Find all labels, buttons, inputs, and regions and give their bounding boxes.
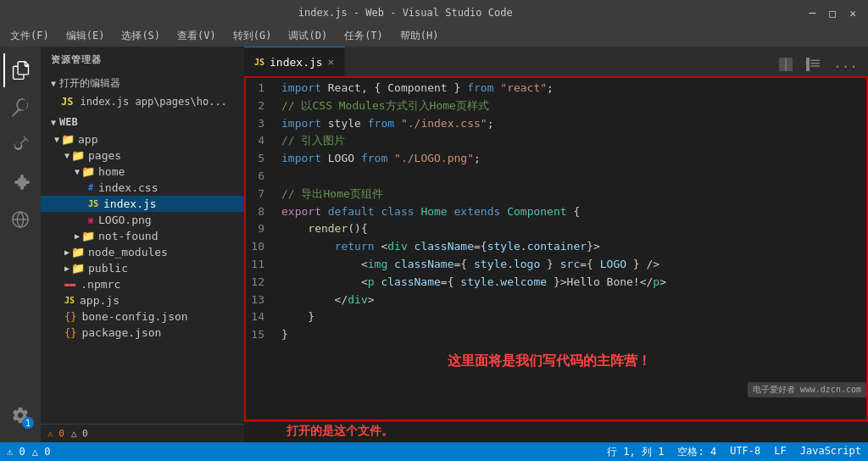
error-count: ⚠ 0 (47, 428, 64, 439)
more-actions-btn[interactable]: ··· (830, 57, 861, 76)
folder-node-modules[interactable]: ▶ 📁 node_modules (41, 244, 244, 260)
code-line-15: } (281, 326, 868, 344)
open-editors-section[interactable]: ▼ 打开的编辑器 (41, 73, 244, 94)
activity-git[interactable] (3, 128, 37, 162)
project-name: WEB (59, 116, 78, 128)
sidebar-status: ⚠ 0 △ 0 (41, 424, 244, 442)
folder-pub-icon: 📁 (71, 262, 85, 275)
title-bar: index.js - Web - Visual Studio Code ─ □ … (0, 0, 868, 25)
folder-nm-icon: 📁 (71, 246, 85, 258)
file-index-css[interactable]: # index.css (41, 180, 244, 196)
folder-app[interactable]: ▼ 📁 app (41, 131, 244, 147)
folder-app-icon: 📁 (61, 133, 75, 146)
folder-nm-chevron: ▶ (64, 247, 70, 257)
activity-explorer[interactable] (3, 53, 37, 87)
file-logo-label: LOGO.png (98, 214, 152, 226)
folder-not-found-icon: 📁 (81, 230, 95, 242)
activity-search[interactable] (3, 91, 37, 125)
status-line-ending[interactable]: LF (774, 445, 786, 459)
close-button[interactable]: ✕ (844, 7, 861, 19)
code-lines: import React, { Component } from "react"… (278, 76, 868, 421)
folder-pub-chevron: ▶ (64, 264, 70, 273)
tab-bar: JS index.js ✕ ··· (244, 47, 868, 76)
code-line-6 (281, 168, 868, 186)
status-errors[interactable]: ⚠ 0 (7, 446, 25, 458)
boneconfig-icon: {} (64, 311, 76, 323)
file-npmrc[interactable]: ▬▬ .npmrc (41, 276, 244, 292)
status-spaces[interactable]: 空格: 4 (677, 445, 716, 459)
tab-close-btn[interactable]: ✕ (328, 56, 334, 68)
folder-home-chevron: ▼ (75, 167, 80, 176)
menu-task[interactable]: 任务(T) (341, 27, 387, 45)
packagejson-icon: {} (64, 327, 76, 339)
svg-rect-4 (810, 60, 820, 61)
file-npmrc-label: .npmrc (81, 278, 120, 291)
folder-not-found-label: not-found (98, 230, 158, 242)
file-bone-config-label: bone-config.json (81, 310, 187, 323)
svg-rect-2 (785, 58, 786, 71)
folder-pub-label: public (88, 262, 128, 275)
status-warnings[interactable]: △ 0 (32, 446, 51, 458)
file-index-js[interactable]: JS index.js (41, 196, 244, 212)
css-icon: # (88, 183, 93, 192)
tab-index-js[interactable]: JS index.js ✕ (244, 47, 345, 76)
file-package-json[interactable]: {} package.json (41, 325, 244, 341)
status-line[interactable]: 行 1, 列 1 (607, 445, 664, 459)
bottom-annotation-container: 打开的是这个文件。 (244, 421, 868, 442)
maximize-button[interactable]: □ (824, 7, 841, 19)
open-editors-label: 打开的编辑器 (59, 76, 120, 91)
editor-area: JS index.js ✕ ··· 12345 67891 (244, 47, 868, 442)
folder-pages-chevron: ▼ (64, 151, 70, 160)
js-icon: JS (88, 199, 98, 208)
split-editor-btn[interactable] (776, 56, 796, 76)
code-line-14: } (281, 308, 868, 326)
bottom-annotation-text: 打开的是这个文件。 (287, 424, 393, 437)
status-bar: ⚠ 0 △ 0 行 1, 列 1 空格: 4 UTF-8 LF JavaScri… (0, 442, 868, 461)
menu-view[interactable]: 查看(V) (174, 27, 220, 45)
activity-bar: 1 (0, 47, 41, 442)
menu-file[interactable]: 文件(F) (7, 27, 53, 45)
menu-edit[interactable]: 编辑(E) (63, 27, 108, 45)
title-text: index.js - Web - Visual Studio Code (7, 7, 804, 19)
open-file-item[interactable]: JS index.js app\pages\ho... (41, 94, 244, 109)
folder-public[interactable]: ▶ 📁 public (41, 260, 244, 276)
menu-select[interactable]: 选择(S) (118, 27, 164, 45)
folder-home[interactable]: ▼ 📁 home (41, 164, 244, 180)
svg-rect-6 (810, 65, 820, 66)
folder-not-found[interactable]: ▶ 📁 not-found (41, 228, 244, 244)
toggle-sidebar-btn[interactable] (803, 56, 823, 76)
folder-pages[interactable]: ▼ 📁 pages (41, 147, 244, 164)
npmrc-icon: ▬▬ (64, 279, 75, 290)
code-content: 12345 678910 1112131415 import React, { … (244, 76, 868, 421)
code-line-1: import React, { Component } from "react"… (281, 80, 868, 97)
activity-extensions[interactable] (3, 165, 37, 199)
code-line-2: // 以CSS Modules方式引入Home页样式 (281, 97, 868, 115)
code-line-7: // 导出Home页组件 (281, 186, 868, 203)
menu-help[interactable]: 帮助(H) (397, 27, 442, 45)
png-icon: ▣ (88, 215, 93, 225)
menu-debug[interactable]: 调试(D) (285, 27, 331, 45)
code-line-11: <img className={ style.logo } src={ LOGO… (281, 256, 868, 274)
folder-app-chevron: ▼ (54, 135, 59, 144)
activity-settings[interactable]: 1 (3, 398, 37, 432)
file-app-js[interactable]: JS app.js (41, 292, 244, 308)
file-logo-png[interactable]: ▣ LOGO.png (41, 212, 244, 228)
status-language[interactable]: JavaScript (800, 445, 861, 459)
settings-badge: 1 (22, 417, 34, 429)
project-section[interactable]: ▼ WEB (41, 113, 244, 131)
code-line-8: export default class Home extends Compon… (281, 203, 868, 221)
minimize-button[interactable]: ─ (804, 7, 821, 19)
menu-bar: 文件(F) 编辑(E) 选择(S) 查看(V) 转到(G) 调试(D) 任务(T… (0, 25, 868, 47)
sidebar: 资源管理器 ▼ 打开的编辑器 JS index.js app\pages\ho.… (41, 47, 244, 442)
code-line-10: return <div className={style.container}> (281, 238, 868, 256)
tab-icon: JS (254, 58, 264, 67)
folder-home-label: home (98, 165, 125, 178)
menu-goto[interactable]: 转到(G) (230, 27, 275, 45)
file-bone-config[interactable]: {} bone-config.json (41, 308, 244, 325)
code-line-13: </div> (281, 292, 868, 309)
activity-remote[interactable] (3, 203, 37, 236)
code-line-3: import style from "./index.css"; (281, 115, 868, 133)
open-editors-chevron: ▼ (51, 79, 56, 88)
status-encoding[interactable]: UTF-8 (730, 445, 760, 459)
code-line-4: // 引入图片 (281, 132, 868, 150)
